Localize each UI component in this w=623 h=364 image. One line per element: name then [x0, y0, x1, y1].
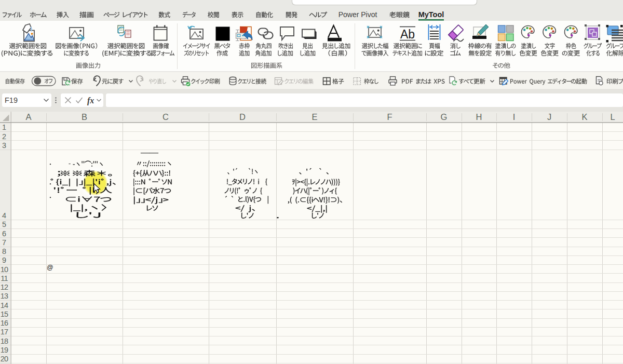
- svg-text:I: I: [513, 112, 516, 122]
- svg-text:19: 19: [1, 346, 8, 354]
- svg-text:2: 2: [2, 132, 6, 141]
- svg-text:12: 12: [1, 283, 8, 291]
- svg-text:H: H: [476, 112, 482, 122]
- svg-text:10: 10: [1, 265, 8, 274]
- svg-text:9: 9: [2, 256, 6, 264]
- svg-text:15: 15: [1, 310, 8, 318]
- svg-text:fx: fx: [87, 96, 94, 105]
- svg-text:L: L: [610, 112, 615, 122]
- svg-text:@: @: [47, 264, 53, 271]
- svg-text:8: 8: [2, 247, 6, 255]
- svg-text:5: 5: [2, 220, 6, 228]
- svg-text:20: 20: [1, 355, 8, 363]
- svg-text:Ab: Ab: [400, 28, 415, 41]
- svg-text:17: 17: [1, 328, 8, 336]
- svg-text:18: 18: [1, 337, 8, 345]
- svg-text:3: 3: [2, 141, 6, 150]
- svg-text:F19: F19: [5, 96, 18, 104]
- svg-text:13: 13: [1, 292, 8, 300]
- svg-text:4: 4: [2, 211, 6, 220]
- svg-text:11: 11: [1, 274, 8, 282]
- svg-text:D: D: [239, 112, 246, 122]
- svg-text:MyTool: MyTool: [418, 10, 444, 19]
- svg-text:1: 1: [2, 123, 6, 131]
- svg-text:6: 6: [2, 230, 6, 238]
- svg-text:7: 7: [2, 238, 6, 247]
- svg-text:B: B: [82, 112, 87, 122]
- svg-text:14: 14: [1, 301, 8, 309]
- svg-text:Power Pivot: Power Pivot: [338, 10, 377, 19]
- svg-text:J: J: [547, 112, 551, 122]
- svg-text:C: C: [162, 112, 169, 122]
- svg-text:K: K: [581, 112, 587, 122]
- svg-text:A: A: [25, 112, 31, 122]
- svg-text:E: E: [312, 112, 317, 122]
- svg-text:G: G: [441, 112, 448, 122]
- svg-text:F: F: [387, 112, 392, 122]
- svg-text:16: 16: [1, 319, 8, 327]
